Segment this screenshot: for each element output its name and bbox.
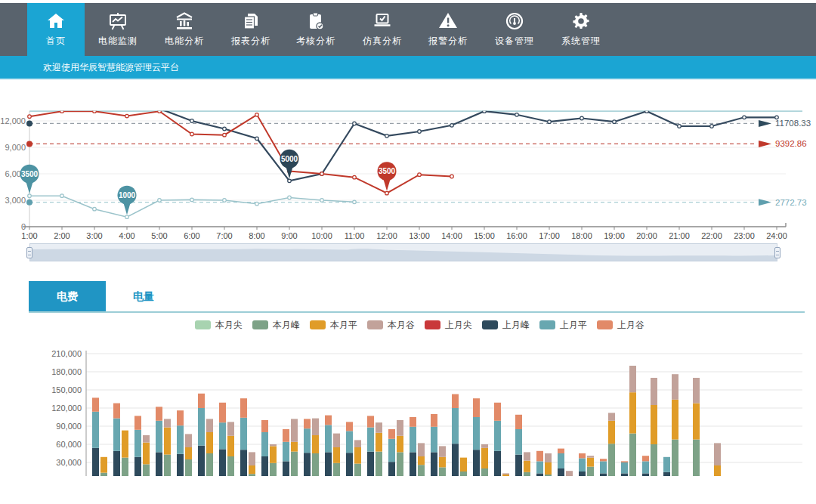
bar-this-month-10[interactable]: [291, 419, 298, 441]
bar-last-month-4[interactable]: [156, 407, 162, 420]
bar-last-month-9[interactable]: [261, 432, 268, 456]
bar-this-month-3[interactable]: [143, 464, 150, 476]
bar-last-month-4[interactable]: [156, 452, 162, 476]
bar-last-month-6[interactable]: [198, 446, 205, 476]
bar-this-month-25[interactable]: [608, 444, 615, 476]
bar-last-month-15[interactable]: [388, 429, 395, 439]
bar-this-month-7[interactable]: [227, 436, 234, 456]
bar-this-month-28[interactable]: [672, 440, 678, 476]
bar-this-month-11[interactable]: [312, 435, 319, 453]
bar-this-month-13[interactable]: [354, 464, 361, 476]
bar-this-month-24[interactable]: [587, 458, 594, 467]
bar-series[interactable]: [92, 366, 721, 476]
bar-this-month-10[interactable]: [291, 452, 298, 476]
bar-this-month-30[interactable]: [714, 465, 721, 476]
bar-last-month-22[interactable]: [536, 461, 543, 473]
bar-last-month-22[interactable]: [536, 451, 543, 462]
bar-last-month-20[interactable]: [494, 403, 501, 421]
bar-last-month-21[interactable]: [515, 415, 522, 429]
bar-this-month-22[interactable]: [545, 475, 552, 476]
bar-last-month-26[interactable]: [621, 462, 628, 473]
bar-last-month-3[interactable]: [134, 457, 141, 476]
bar-last-month-16[interactable]: [410, 427, 416, 453]
bar-this-month-9[interactable]: [270, 463, 277, 476]
bar-this-month-13[interactable]: [354, 447, 361, 464]
bar-last-month-19[interactable]: [473, 417, 480, 450]
bar-last-month-15[interactable]: [388, 439, 395, 462]
bar-this-month-17[interactable]: [439, 457, 446, 468]
bar-this-month-24[interactable]: [587, 456, 594, 457]
bar-this-month-11[interactable]: [312, 419, 319, 435]
bar-last-month-11[interactable]: [304, 453, 311, 476]
bar-last-month-5[interactable]: [177, 454, 184, 476]
bar-this-month-9[interactable]: [270, 444, 277, 446]
bar-last-month-13[interactable]: [346, 431, 353, 453]
bar-this-month-23[interactable]: [566, 471, 573, 476]
bar-this-month-6[interactable]: [206, 432, 213, 453]
bar-last-month-2[interactable]: [113, 404, 120, 419]
bar-last-month-10[interactable]: [283, 461, 289, 476]
bar-last-month-24[interactable]: [579, 472, 586, 476]
bar-this-month-8[interactable]: [249, 474, 255, 476]
bar-last-month-17[interactable]: [431, 414, 437, 427]
bar-last-month-12[interactable]: [325, 425, 332, 452]
bar-last-month-20[interactable]: [494, 421, 501, 451]
bar-this-month-10[interactable]: [291, 442, 298, 452]
legend-item-1[interactable]: 本月峰: [252, 319, 300, 332]
bar-last-month-8[interactable]: [240, 450, 247, 476]
bar-this-month-20[interactable]: [502, 475, 509, 476]
bar-last-month-2[interactable]: [113, 451, 120, 476]
bar-last-month-14[interactable]: [367, 416, 374, 427]
bar-last-month-28[interactable]: [663, 457, 670, 472]
bar-last-month-18[interactable]: [452, 444, 459, 476]
bar-this-month-3[interactable]: [143, 443, 150, 465]
bar-last-month-27[interactable]: [642, 456, 649, 461]
bar-last-month-25[interactable]: [600, 459, 607, 461]
legend-item-2[interactable]: 本月平: [310, 319, 357, 332]
nav-item-device-management[interactable]: 设备管理: [481, 3, 548, 56]
legend-item-4[interactable]: 上月尖: [425, 319, 472, 332]
bar-this-month-5[interactable]: [185, 459, 192, 476]
bar-last-month-7[interactable]: [219, 449, 226, 476]
bar-this-month-4[interactable]: [164, 455, 171, 476]
legend-item-5[interactable]: 上月峰: [482, 319, 530, 332]
stacked-bar-chart[interactable]: 30,00060,00090,000120,000150,000180,0002…: [0, 340, 816, 476]
bar-last-month-10[interactable]: [283, 429, 289, 442]
bar-this-month-20[interactable]: [502, 473, 509, 475]
bar-this-month-26[interactable]: [629, 366, 636, 392]
bar-this-month-17[interactable]: [439, 446, 446, 456]
bar-last-month-8[interactable]: [240, 398, 247, 418]
bar-this-month-19[interactable]: [481, 444, 488, 448]
bar-this-month-29[interactable]: [693, 404, 700, 440]
bar-last-month-9[interactable]: [261, 420, 268, 432]
bar-this-month-2[interactable]: [122, 431, 128, 458]
bar-this-month-12[interactable]: [333, 434, 340, 447]
bar-last-month-24[interactable]: [579, 458, 586, 472]
bar-last-month-11[interactable]: [304, 419, 311, 428]
bar-last-month-3[interactable]: [134, 430, 141, 457]
bar-this-month-16[interactable]: [418, 456, 425, 465]
bar-this-month-5[interactable]: [185, 434, 192, 447]
bar-this-month-29[interactable]: [693, 440, 700, 476]
bar-last-month-17[interactable]: [431, 427, 437, 453]
bar-this-month-3[interactable]: [143, 435, 150, 443]
bar-last-month-6[interactable]: [198, 394, 205, 408]
bar-this-month-4[interactable]: [164, 428, 171, 455]
bar-this-month-17[interactable]: [439, 467, 446, 476]
bar-this-month-27[interactable]: [651, 444, 657, 476]
bar-this-month-1[interactable]: [100, 473, 107, 476]
bar-last-month-5[interactable]: [177, 425, 184, 454]
bar-this-month-18[interactable]: [460, 458, 467, 472]
bar-this-month-2[interactable]: [122, 458, 128, 476]
bar-this-month-14[interactable]: [376, 433, 382, 452]
bar-last-month-18[interactable]: [452, 394, 459, 408]
bar-last-month-23[interactable]: [558, 449, 564, 453]
bar-last-month-26[interactable]: [621, 473, 628, 476]
tab-electricity-fee[interactable]: 电费: [29, 281, 106, 311]
nav-item-system-management[interactable]: 系统管理: [548, 3, 614, 56]
bar-this-month-13[interactable]: [354, 440, 361, 447]
datazoom-right-handle[interactable]: [774, 247, 780, 258]
nav-item-energy-analysis[interactable]: 电能分析: [151, 3, 218, 56]
bar-last-month-27[interactable]: [642, 473, 649, 476]
bar-this-month-6[interactable]: [206, 419, 213, 432]
